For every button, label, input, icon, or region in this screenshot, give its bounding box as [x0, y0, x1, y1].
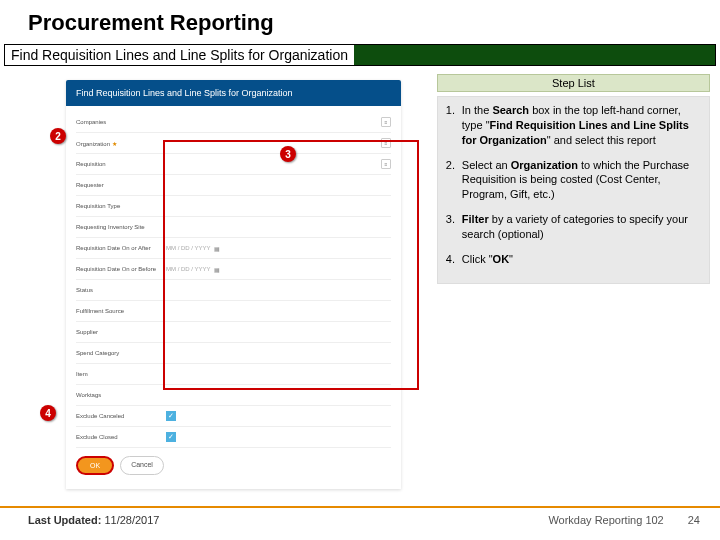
row-exclude-closed: Exclude Closed ✓ — [76, 427, 391, 448]
calendar-icon[interactable]: ▦ — [214, 245, 220, 252]
step-list-header: Step List — [437, 74, 710, 92]
row-requisition: Requisition ≡ — [76, 154, 391, 175]
row-supplier: Supplier — [76, 322, 391, 343]
step-panel: Step List In the Search box in the top l… — [437, 74, 714, 489]
callout-4: 4 — [40, 405, 56, 421]
footer: Last Updated: 11/28/2017 Workday Reporti… — [0, 506, 720, 526]
dropdown-icon[interactable]: ≡ — [381, 138, 391, 148]
step-list: In the Search box in the top left-hand c… — [437, 96, 710, 284]
row-date-before: Requisition Date On or Before MM / DD / … — [76, 259, 391, 280]
dropdown-icon[interactable]: ≡ — [381, 159, 391, 169]
form-screenshot: Find Requisition Lines and Line Splits f… — [66, 80, 401, 489]
row-date-after: Requisition Date On or After MM / DD / Y… — [76, 238, 391, 259]
step-1: In the Search box in the top left-hand c… — [446, 103, 701, 148]
dropdown-icon[interactable]: ≡ — [381, 117, 391, 127]
callout-2: 2 — [50, 128, 66, 144]
row-companies: Companies ≡ — [76, 112, 391, 133]
step-3: Filter by a variety of categories to spe… — [446, 212, 701, 242]
screenshot-panel: Find Requisition Lines and Line Splits f… — [6, 74, 431, 489]
calendar-icon[interactable]: ▦ — [214, 266, 220, 273]
form-header: Find Requisition Lines and Line Splits f… — [66, 80, 401, 106]
slide-title: Procurement Reporting — [0, 0, 720, 42]
ok-button[interactable]: OK — [76, 456, 114, 475]
last-updated-label: Last Updated: — [28, 514, 101, 526]
step-2: Select an Organization to which the Purc… — [446, 158, 701, 203]
cancel-button[interactable]: Cancel — [120, 456, 164, 475]
row-spend-category: Spend Category — [76, 343, 391, 364]
row-exclude-canceled: Exclude Canceled ✓ — [76, 406, 391, 427]
row-inventory-site: Requesting Inventory Site — [76, 217, 391, 238]
subtitle-text: Find Requisition Lines and Line Splits f… — [5, 45, 354, 65]
last-updated-date: 11/28/2017 — [101, 514, 159, 526]
callout-3: 3 — [280, 146, 296, 162]
required-icon: ★ — [112, 141, 117, 147]
row-worktags: Worktags — [76, 385, 391, 406]
course-name: Workday Reporting 102 — [548, 514, 663, 526]
step-4: Click "OK" — [446, 252, 701, 267]
checkbox-checked-icon[interactable]: ✓ — [166, 411, 176, 421]
row-fulfillment: Fulfillment Source — [76, 301, 391, 322]
checkbox-checked-icon[interactable]: ✓ — [166, 432, 176, 442]
row-status: Status — [76, 280, 391, 301]
row-requester: Requester — [76, 175, 391, 196]
row-organization: Organization★ ≡ — [76, 133, 391, 154]
row-requisition-type: Requisition Type — [76, 196, 391, 217]
row-item: Item — [76, 364, 391, 385]
subtitle-bar: Find Requisition Lines and Line Splits f… — [4, 44, 716, 66]
page-number: 24 — [688, 514, 700, 526]
